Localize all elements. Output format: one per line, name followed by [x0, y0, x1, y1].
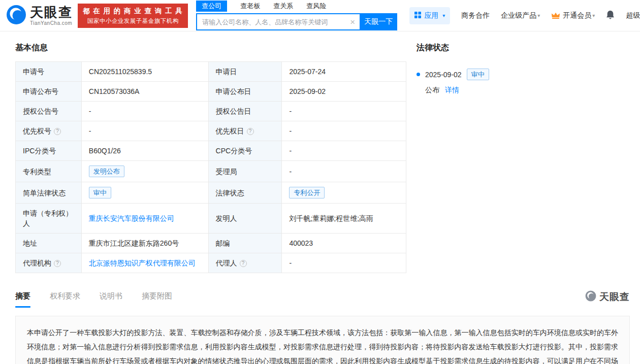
table-row: 授权公告号 - 授权公告日 -	[16, 102, 406, 121]
table-row: 申请公布号 CN120573036A 申请公布日 2025-09-02	[16, 82, 406, 102]
basic-info-section: 基本信息 申请号 CN202511025839.5 申请日 2025-07-24…	[15, 43, 406, 273]
timeline-detail-link[interactable]: 详情	[445, 86, 459, 94]
crown-icon	[551, 12, 560, 19]
field-label: 申请号	[16, 62, 82, 82]
help-icon[interactable]: ?	[54, 128, 61, 135]
tab-abstract-figure[interactable]: 摘要附图	[142, 291, 172, 308]
slogan-line1: 都 在 用 的 商 业 查 询 工 具	[83, 7, 183, 16]
table-row: 优先权号? - 优先权日? -	[16, 121, 406, 141]
timeline-date: 2025-09-02	[425, 71, 462, 79]
basic-info-title: 基本信息	[15, 43, 406, 53]
field-label-text: 代理机构	[23, 259, 51, 267]
field-value: -	[282, 253, 406, 273]
field-label: 优先权日?	[208, 121, 282, 141]
field-label: 授权公告号	[16, 102, 82, 121]
clear-icon[interactable]: ×	[350, 18, 355, 26]
abstract-text: 本申请公开了一种车载投影大灯的投影方法、装置、车载控制器和存储介质，涉及车辆工程…	[15, 316, 630, 364]
tab-abstract[interactable]: 摘要	[15, 291, 30, 308]
field-value: 专利公开	[282, 182, 406, 204]
table-row: IPC分类号 B60Q1/26 CPC分类号 -	[16, 141, 406, 161]
table-row: 专利类型 发明公布 受理局 -	[16, 161, 406, 182]
help-icon[interactable]: ?	[54, 260, 61, 267]
field-value: 重庆市江北区建新东路260号	[81, 234, 208, 253]
field-value: -	[282, 121, 406, 141]
field-value: 审中	[81, 182, 208, 204]
header: 天眼查 TianYanCha.com 都 在 用 的 商 业 查 询 工 具 国…	[0, 0, 640, 31]
search-tab-relation[interactable]: 查关系	[273, 2, 293, 11]
field-label-text: 优先权日	[216, 127, 244, 135]
search-area: 查公司 查老板 查关系 查风险 × 天眼一下	[196, 1, 397, 30]
timeline-dot-icon	[417, 73, 420, 76]
detail-tabs-bar: 摘要 权利要求 说明书 摘要附图 天眼查	[15, 290, 630, 308]
tianyancha-logo-icon	[6, 5, 26, 27]
table-row: 申请号 CN202511025839.5 申请日 2025-07-24	[16, 62, 406, 82]
basic-info-table: 申请号 CN202511025839.5 申请日 2025-07-24 申请公布…	[15, 61, 406, 273]
tab-description[interactable]: 说明书	[100, 291, 122, 308]
field-label: 发明人	[208, 204, 282, 234]
table-row: 简单法律状态 审中 法律状态 专利公开	[16, 182, 406, 204]
help-icon[interactable]: ?	[240, 260, 247, 267]
field-label-text: 优先权号	[23, 127, 51, 135]
chevron-down-icon: ▾	[442, 13, 445, 18]
field-label: IPC分类号	[16, 141, 82, 161]
table-row: 地址 重庆市江北区建新东路260号 邮编 400023	[16, 234, 406, 253]
search-tab-risk[interactable]: 查风险	[306, 2, 326, 11]
timeline-status-badge: 审中	[467, 69, 489, 80]
timeline-event: 公布 详情	[425, 86, 630, 95]
timeline-item: 2025-09-02 审中	[417, 69, 630, 80]
apps-grid-icon	[414, 12, 421, 20]
field-label: 申请公布日	[208, 82, 282, 102]
apps-menu-button[interactable]: 应用 ▾	[409, 7, 450, 24]
nav-business-cooperation[interactable]: 商务合作	[461, 11, 490, 20]
nav-open-vip[interactable]: 开通会员 ▾	[551, 11, 595, 20]
search-tab-company[interactable]: 查公司	[196, 1, 227, 12]
tianyancha-logo[interactable]: 天眼查 TianYanCha.com	[6, 5, 73, 27]
help-icon[interactable]: ?	[247, 128, 254, 135]
tab-claims[interactable]: 权利要求	[50, 291, 80, 308]
nav-enterprise-products[interactable]: 企业级产品 ▾	[501, 11, 540, 20]
field-value: 2025-07-24	[282, 62, 406, 82]
nav-vip-label: 开通会员	[563, 11, 591, 20]
field-label: 优先权号?	[16, 121, 82, 141]
slogan-line2: 国家中小企业发展子基金旗下机构	[83, 17, 183, 25]
field-label: 申请（专利权）人	[16, 204, 82, 234]
field-label: 简单法律状态	[16, 182, 82, 204]
search-tabs: 查公司 查老板 查关系 查风险	[196, 1, 397, 12]
field-label-text: 代理人	[216, 259, 237, 267]
nav-enterprise-label: 企业级产品	[501, 11, 536, 20]
agency-company-link[interactable]: 北京派特恩知识产权代理有限公司	[89, 259, 196, 267]
field-value: 发明公布	[81, 161, 208, 182]
field-label: 授权公告日	[208, 102, 282, 121]
field-label: 受理局	[208, 161, 282, 182]
search-input[interactable]	[196, 13, 360, 30]
field-label: 代理机构?	[16, 253, 82, 273]
field-value: -	[282, 161, 406, 182]
tianyancha-watermark: 天眼查	[585, 290, 630, 308]
field-value: -	[282, 102, 406, 121]
applicant-company-link[interactable]: 重庆长安汽车股份有限公司	[89, 214, 174, 222]
chevron-down-icon: ▾	[537, 13, 540, 18]
field-value: 重庆长安汽车股份有限公司	[81, 204, 208, 234]
timeline-event-label: 公布	[425, 86, 439, 94]
page: 天眼查 TianYanCha.com 都 在 用 的 商 业 查 询 工 具 国…	[0, 0, 640, 364]
field-label: 法律状态	[208, 182, 282, 204]
field-value: -	[81, 102, 208, 121]
field-label: CPC分类号	[208, 141, 282, 161]
field-value: -	[282, 141, 406, 161]
field-value: 北京派特恩知识产权代理有限公司	[81, 253, 208, 273]
header-nav: 应用 ▾ 商务合作 企业级产品 ▾ 开通会员 ▾	[397, 7, 640, 24]
search-button[interactable]: 天眼一下	[360, 13, 397, 30]
search-tab-boss[interactable]: 查老板	[240, 2, 260, 11]
watermark-label: 天眼查	[599, 290, 630, 304]
notifications-button[interactable]	[606, 10, 615, 21]
field-value: 400023	[282, 234, 406, 253]
table-row: 申请（专利权）人 重庆长安汽车股份有限公司 发明人 刘千帆;董莉娜;程世维;高雨	[16, 204, 406, 234]
logo-domain: TianYanCha.com	[30, 20, 73, 26]
apps-label: 应用	[424, 11, 438, 20]
field-label: 代理人?	[208, 253, 282, 273]
legal-status-title: 法律状态	[417, 43, 630, 53]
field-label: 地址	[16, 234, 82, 253]
field-label: 邮编	[208, 234, 282, 253]
slogan-banner: 都 在 用 的 商 业 查 询 工 具 国家中小企业发展子基金旗下机构	[78, 4, 188, 28]
nav-super-risk[interactable]: 超级风	[626, 11, 640, 20]
